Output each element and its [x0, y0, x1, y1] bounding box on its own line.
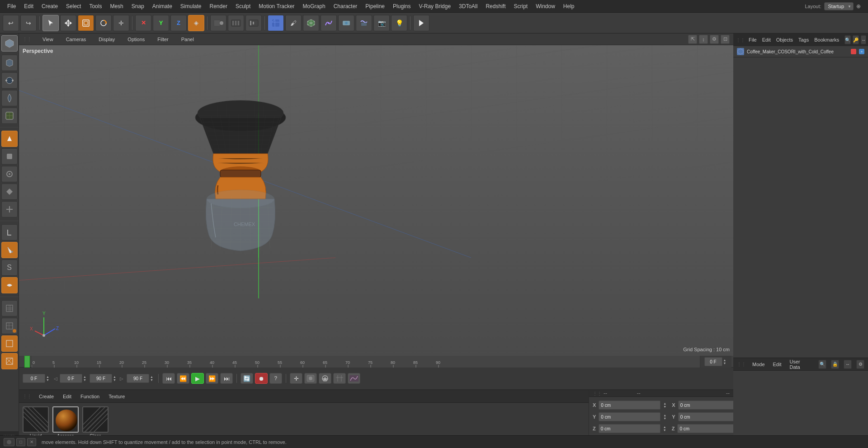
attr-gear-icon[interactable]: ⚙: [856, 360, 864, 369]
preview-start-stepper[interactable]: ▲ ▼: [83, 375, 88, 382]
material-item-glass[interactable]: Glass: [82, 406, 108, 439]
menu-mesh[interactable]: Mesh: [106, 2, 127, 11]
menu-plugins[interactable]: Plugins: [389, 2, 414, 11]
menu-sculpt[interactable]: Sculpt: [232, 2, 254, 11]
attr-menu-mode[interactable]: Mode: [750, 361, 767, 368]
viewport-ctrl-4[interactable]: ⊡: [721, 35, 730, 44]
point-mode-button[interactable]: [1, 90, 18, 106]
end-frame-stepper[interactable]: ▲ ▼: [113, 375, 118, 382]
y-axis-button[interactable]: Y: [153, 15, 169, 31]
attr-search-icon[interactable]: 🔍: [818, 360, 826, 369]
viewport-menu-view[interactable]: View: [41, 36, 55, 43]
grid-tool-3[interactable]: [1, 335, 18, 352]
menu-vray[interactable]: V-Ray Bridge: [415, 2, 454, 11]
viewport-menu-display[interactable]: Display: [97, 36, 117, 43]
menu-redshift[interactable]: Redshift: [482, 2, 509, 11]
viewport-menu-cameras[interactable]: Cameras: [64, 36, 88, 43]
menu-help[interactable]: Help: [560, 2, 578, 11]
menu-create[interactable]: Create: [38, 2, 61, 11]
viewport-menu-options[interactable]: Options: [126, 36, 146, 43]
menu-render[interactable]: Render: [206, 2, 231, 11]
objects-menu-edit[interactable]: Edit: [760, 36, 773, 43]
tool-4[interactable]: [1, 184, 18, 200]
end-frame2-stepper[interactable]: ▲ ▼: [150, 375, 155, 382]
loop-button[interactable]: 🔄: [241, 373, 253, 384]
material-item-accesso[interactable]: Accesso: [52, 406, 79, 439]
material-item-liquid[interactable]: Liquid: [23, 406, 49, 439]
render-button[interactable]: [413, 15, 429, 31]
viewport-ctrl-3[interactable]: ⚙: [710, 35, 719, 44]
objects-key-icon[interactable]: 🔑: [853, 35, 859, 44]
coord-x-rot-input[interactable]: [678, 401, 733, 410]
prev-frame-button[interactable]: ⏪: [177, 373, 189, 384]
anim-motion-button[interactable]: [348, 373, 360, 384]
objects-menu-bookmarks[interactable]: Bookmarks: [812, 36, 841, 43]
coord-x-pos-input[interactable]: [599, 401, 660, 410]
rotate-tool-button[interactable]: [95, 15, 112, 31]
move-tool-button[interactable]: [60, 15, 76, 31]
start-frame-stepper[interactable]: ▲ ▼: [46, 375, 51, 382]
material-menu-edit[interactable]: Edit: [61, 393, 73, 400]
menu-simulate[interactable]: Simulate: [177, 2, 205, 11]
viewport-ctrl-2[interactable]: ↕: [699, 35, 708, 44]
undo-button[interactable]: ↩: [3, 15, 19, 31]
object-tool-button[interactable]: ◈: [188, 15, 204, 31]
grid-tool-2[interactable]: [1, 318, 18, 334]
coord-y-pos-input[interactable]: [599, 412, 660, 421]
play-button[interactable]: ▶: [191, 373, 204, 384]
objects-menu-tags[interactable]: Tags: [797, 36, 811, 43]
menu-animate[interactable]: Animate: [149, 2, 176, 11]
layout-dropdown[interactable]: Startup ▼: [824, 2, 854, 10]
objects-expand-icon[interactable]: ↔: [861, 35, 866, 44]
generator-button[interactable]: [338, 15, 354, 31]
coord-z-pos-input[interactable]: [599, 424, 660, 433]
spline-button[interactable]: [321, 15, 337, 31]
menu-pipeline[interactable]: Pipeline: [362, 2, 388, 11]
current-frame-input[interactable]: [704, 357, 722, 366]
menu-character[interactable]: Character: [330, 2, 361, 11]
animation-key-button[interactable]: [245, 15, 262, 31]
menu-script[interactable]: Script: [510, 2, 531, 11]
attr-menu-edit[interactable]: Edit: [771, 361, 783, 368]
anim-timeline-button[interactable]: [333, 373, 346, 384]
menu-window[interactable]: Window: [532, 2, 559, 11]
objects-menu-file[interactable]: File: [747, 36, 759, 43]
layout-expand-icon[interactable]: ⊕: [856, 3, 861, 9]
light-button[interactable]: 💡: [391, 15, 407, 31]
objects-menu-objects[interactable]: Objects: [774, 36, 795, 43]
coord-x-pos-stepper[interactable]: ▲▼: [663, 402, 666, 408]
x-axis-button[interactable]: ✕: [135, 15, 151, 31]
end-frame2-input[interactable]: [127, 374, 149, 383]
active-tool-1[interactable]: [1, 131, 18, 147]
attr-menu-userdata[interactable]: User Data: [788, 358, 810, 371]
viewport-3d[interactable]: CHEMEX Perspective Y Z X Grid Spacing : …: [19, 45, 733, 356]
go-end-button[interactable]: ⏭: [220, 373, 233, 384]
menu-motion-tracker[interactable]: Motion Tracker: [255, 2, 298, 11]
attr-expand-icon[interactable]: ↔: [844, 360, 852, 369]
polygon-mode-button[interactable]: [1, 55, 18, 71]
object-extra-btn[interactable]: +: [859, 49, 864, 54]
coord-y-rot-input[interactable]: [678, 412, 733, 421]
perspective-view-button[interactable]: [268, 15, 284, 31]
anim-auto-key[interactable]: [319, 373, 331, 384]
anim-help-button[interactable]: ?: [269, 373, 282, 384]
uv-mode-button[interactable]: [1, 108, 18, 124]
l-tool[interactable]: [1, 224, 18, 241]
material-menu-function[interactable]: Function: [79, 393, 101, 400]
grid-tool-4[interactable]: [1, 353, 18, 369]
transform-tool-button[interactable]: ✛: [113, 15, 129, 31]
tool-2[interactable]: [1, 148, 18, 165]
attr-lock-icon[interactable]: 🔒: [831, 360, 839, 369]
timeline[interactable]: 0 5 10 15 20 25 30: [19, 356, 733, 368]
edge-mode-button[interactable]: [1, 72, 18, 89]
menu-file[interactable]: File: [4, 2, 19, 11]
record-button[interactable]: ⏺: [255, 373, 268, 384]
animation-strip-button[interactable]: [228, 15, 244, 31]
menu-3dtoall[interactable]: 3DToAll: [455, 2, 481, 11]
frame-stepper[interactable]: ▲ ▼: [723, 358, 728, 365]
menu-edit[interactable]: Edit: [20, 2, 37, 11]
playback-indicator-1[interactable]: [4, 438, 14, 446]
sculpt-tool[interactable]: S: [1, 259, 18, 276]
object-list-item[interactable]: Coffee_Maker_COSORI_with_Cold_Coffee +: [733, 46, 868, 57]
end-frame-input[interactable]: [90, 374, 112, 383]
